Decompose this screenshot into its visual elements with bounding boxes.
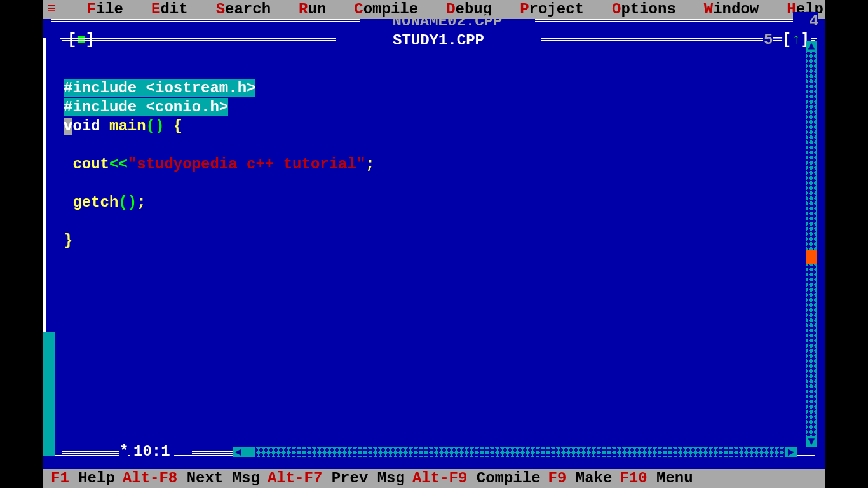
editor-titlebar[interactable]: [■] STUDY1.CPP 5═[↑]	[60, 38, 817, 41]
scroll-right-icon[interactable]: ►	[785, 447, 797, 458]
editor-window-number: 5	[764, 31, 773, 48]
background-scroll-peek	[43, 332, 55, 456]
scroll-down-icon[interactable]: ▼	[806, 436, 817, 447]
background-window-titlebar[interactable]: NONAME02.CPP 4	[51, 19, 817, 22]
status-bar: F1 Help Alt-F8 Next Msg Alt-F7 Prev Msg …	[43, 469, 825, 488]
status-prevmsg[interactable]: Alt-F7 Prev Msg	[268, 469, 405, 488]
vertical-scroll-thumb[interactable]	[806, 250, 817, 264]
editor-bottom-border: * 10:1 ◄ ►	[60, 447, 817, 458]
editor-window: [■] STUDY1.CPP 5═[↑] #include <iostream.…	[60, 38, 817, 458]
status-nextmsg[interactable]: Alt-F8 Next Msg	[123, 469, 260, 488]
horizontal-scrollbar[interactable]: ◄ ►	[233, 447, 797, 458]
status-make[interactable]: F9 Make	[548, 469, 613, 488]
editor-window-title: STUDY1.CPP	[336, 31, 541, 50]
background-window-number: 4	[793, 12, 818, 31]
scroll-left-icon[interactable]: ◄	[233, 447, 244, 458]
cursor-position: 10:1	[130, 442, 174, 461]
menu-options[interactable]: Options	[598, 0, 690, 19]
status-menu[interactable]: F10 Menu	[620, 469, 693, 488]
horizontal-scroll-thumb[interactable]	[244, 447, 255, 458]
app-shell: ≡ File Edit Search Run Compile Debug Pro…	[0, 0, 868, 488]
menu-window[interactable]: Window	[690, 0, 773, 19]
menu-edit[interactable]: Edit	[137, 0, 202, 19]
status-help[interactable]: F1 Help	[51, 469, 115, 488]
system-menu-icon[interactable]: ≡	[47, 0, 72, 19]
code-line-1: #include <iostream.h>	[64, 79, 255, 97]
menu-search[interactable]: Search	[202, 0, 285, 19]
scroll-up-icon[interactable]: ▲	[806, 41, 817, 52]
zoom-icon[interactable]: ↑	[791, 31, 800, 48]
desktop-area: NONAME02.CPP 4 [■] STUDY1.CPP 5═[↑] #inc…	[43, 19, 825, 469]
modified-marker: *	[119, 442, 128, 461]
code-editor-area[interactable]: #include <iostream.h> #include <conio.h>…	[64, 60, 803, 444]
status-compile[interactable]: Alt-F9 Compile	[412, 469, 541, 488]
code-line-2: #include <conio.h>	[64, 98, 228, 116]
vertical-scrollbar[interactable]: ▲ ▼	[806, 41, 817, 447]
background-window-title: NONAME02.CPP	[360, 12, 535, 31]
editor-window-controls[interactable]: 5═[↑]	[763, 30, 811, 50]
menu-file[interactable]: File	[72, 0, 137, 19]
menu-run[interactable]: Run	[285, 0, 340, 19]
